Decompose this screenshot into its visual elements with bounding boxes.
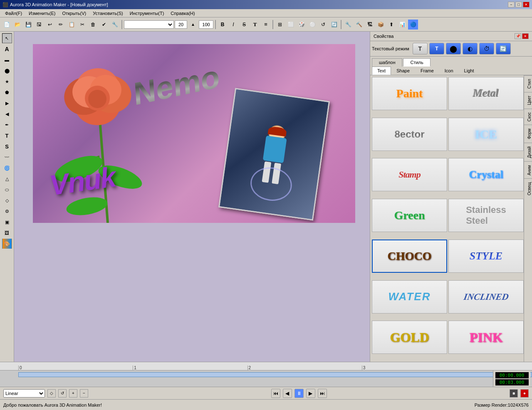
mode-btn-4[interactable]: ◐ <box>463 43 478 54</box>
paste-button[interactable]: 📋 <box>67 20 77 30</box>
menu-help[interactable]: Справка(H) <box>167 10 198 17</box>
minimize-button[interactable]: − <box>508 2 515 7</box>
rotate-button[interactable]: ↺ <box>318 20 328 30</box>
style-metal[interactable]: Metal <box>448 77 524 110</box>
subtab-text[interactable]: Text <box>372 67 391 75</box>
ellipse-tool[interactable]: ⬤ <box>2 66 12 76</box>
delete-button[interactable]: 🗑 <box>88 20 98 30</box>
sphere-button[interactable]: ⚪ <box>307 20 317 30</box>
style-stamp[interactable]: Stamp <box>372 158 447 191</box>
play-forward-btn[interactable]: ▶ <box>306 389 315 398</box>
maximize-button[interactable]: □ <box>515 2 522 7</box>
cut-button[interactable]: ✂ <box>77 20 87 30</box>
play-pause-btn[interactable]: ⏸ <box>294 389 304 398</box>
subtab-icon[interactable]: Icon <box>439 67 459 75</box>
bold-button[interactable]: B <box>218 20 228 30</box>
mode-btn-3[interactable]: ⬤ <box>446 43 461 54</box>
style-crystal[interactable]: Crystal <box>448 158 524 191</box>
refresh-anim-btn[interactable]: ↺ <box>58 389 67 398</box>
text-style-btn[interactable]: T <box>250 20 260 30</box>
gear-tool[interactable]: ⚙ <box>2 206 12 216</box>
select-tool[interactable]: ↖ <box>2 33 12 43</box>
dia-tool[interactable]: ◇ <box>2 195 12 205</box>
img-tool[interactable]: 🖼 <box>2 228 12 238</box>
tri-tool[interactable]: △ <box>2 174 12 184</box>
t-tool[interactable]: T <box>2 131 12 141</box>
stop-btn[interactable]: ● <box>520 389 529 398</box>
tool5-button[interactable]: ⬆ <box>386 20 396 30</box>
remove-keyframe-btn[interactable]: − <box>80 389 88 398</box>
arrow-r-tool[interactable]: ▶ <box>2 98 12 108</box>
style-choco[interactable]: CHOCO <box>372 240 447 273</box>
timeline-bar[interactable] <box>18 372 532 377</box>
subtab-frame[interactable]: Frame <box>415 67 439 75</box>
open-button[interactable]: 📂 <box>12 20 22 30</box>
size-up-button[interactable]: ▲ <box>188 20 198 30</box>
arrow-l-tool[interactable]: ◀ <box>2 109 12 119</box>
properties-close[interactable]: ✕ <box>522 33 529 39</box>
style-sector[interactable]: 8ector <box>372 118 447 151</box>
save-button[interactable]: 💾 <box>23 20 33 30</box>
tool7-button[interactable]: 🔵 <box>408 20 418 30</box>
add-keyframe-btn[interactable]: + <box>69 389 77 398</box>
frame-tool[interactable]: ▣ <box>2 217 12 227</box>
menu-settings[interactable]: Установить(S) <box>89 10 126 17</box>
refresh-button[interactable]: 🔄 <box>329 20 339 30</box>
animation-type-select[interactable]: Linear <box>3 389 45 398</box>
text-tool[interactable]: A <box>2 44 12 54</box>
rect-tool[interactable]: ▬ <box>2 55 12 65</box>
star-tool[interactable]: ★ <box>2 77 12 86</box>
save-as-button[interactable]: 🖫 <box>34 20 44 30</box>
tab-template[interactable]: шаблон <box>372 58 402 67</box>
font-selector[interactable] <box>124 20 174 29</box>
wave-tool[interactable]: 〰 <box>2 152 12 162</box>
strikethrough-button[interactable]: S <box>239 20 249 30</box>
close-button[interactable]: ✕ <box>523 2 530 7</box>
round-tool[interactable]: ⬭ <box>2 185 12 195</box>
style-steel[interactable]: StainlessSteel <box>448 199 524 232</box>
side-tab-design[interactable]: Дизай <box>524 143 532 161</box>
style-water[interactable]: WATER <box>372 280 447 314</box>
play-back-btn[interactable]: ◀ <box>283 389 292 398</box>
play-rewind-btn[interactable]: ⏮ <box>271 389 280 398</box>
font-pct-input[interactable] <box>199 20 213 29</box>
record-btn[interactable]: ■ <box>510 389 518 398</box>
new-button[interactable]: 📄 <box>2 20 12 30</box>
grid-button[interactable]: ⊞ <box>275 20 285 30</box>
side-tab-color[interactable]: Цвет <box>524 92 532 108</box>
undo-button[interactable]: ↩ <box>45 20 55 30</box>
menu-open[interactable]: Открыть(V) <box>59 10 89 17</box>
side-tab-light[interactable]: Освещ <box>524 178 532 199</box>
menu-edit[interactable]: Изменить(Е) <box>25 10 59 17</box>
side-tab-shape[interactable]: Форм <box>524 125 532 143</box>
style-gold[interactable]: GOLD <box>372 321 447 354</box>
s-tool[interactable]: S <box>2 141 12 151</box>
titlebar-controls[interactable]: − □ ✕ <box>508 2 530 7</box>
check-button[interactable]: ✔ <box>99 20 109 30</box>
subtab-shape[interactable]: Shape <box>391 67 415 75</box>
style-pink[interactable]: PINK <box>448 321 524 354</box>
canvas-area[interactable]: Vnuk Nemo <box>14 32 370 362</box>
menu-tools[interactable]: Инструменты(T) <box>126 10 168 17</box>
poly-tool[interactable]: ⬟ <box>2 87 12 97</box>
align-left-button[interactable]: ⬜ <box>286 20 296 30</box>
style-style[interactable]: STYLE <box>448 240 524 273</box>
side-tab-anim[interactable]: Аним <box>524 161 532 179</box>
style-green[interactable]: Green <box>372 199 447 232</box>
font-size-input[interactable] <box>175 20 187 29</box>
side-tab-bevel[interactable]: Скос <box>524 109 532 125</box>
tab-style[interactable]: Стиль <box>403 58 430 67</box>
tool3-button[interactable]: 🏗 <box>365 20 375 30</box>
subtab-light[interactable]: Light <box>459 67 480 75</box>
timeline-track[interactable]: 00:00.000 00:03.000 <box>0 370 532 387</box>
tool1-button[interactable]: 🔧 <box>343 20 353 30</box>
cube-button[interactable]: 🎲 <box>297 20 307 30</box>
mode-btn-1[interactable]: T <box>413 43 428 54</box>
tool4-button[interactable]: 📦 <box>376 20 386 30</box>
italic-button[interactable]: I <box>228 20 238 30</box>
settings-button[interactable]: 🔧 <box>110 20 120 30</box>
pen-tool[interactable]: ✒ <box>2 120 12 130</box>
play-end-btn[interactable]: ⏭ <box>318 389 327 398</box>
tool6-button[interactable]: 📊 <box>397 20 407 30</box>
mode-btn-6[interactable]: 🔄 <box>496 43 511 54</box>
